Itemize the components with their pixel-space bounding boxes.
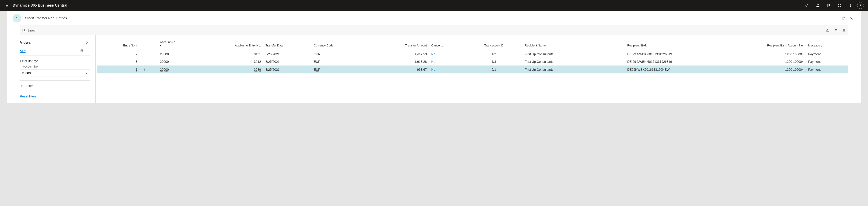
cell-transfer-amount: 933.67 bbox=[372, 66, 429, 74]
column-filter-icon[interactable]: ▾ bbox=[160, 44, 219, 47]
settings-icon[interactable] bbox=[834, 0, 845, 11]
filter-value-field[interactable] bbox=[20, 70, 90, 77]
cell-entry-no: 2 bbox=[97, 51, 140, 58]
col-applies-to[interactable]: Applies-to Entry No. bbox=[221, 40, 264, 51]
table-row[interactable]: 22000031918/25/2021EUR1,417.53No1/2First… bbox=[97, 51, 848, 58]
filter-value-input[interactable] bbox=[20, 71, 84, 75]
cell-recipient-iban: DE 29 NWBK 60161331926819 bbox=[625, 58, 745, 66]
svg-point-2 bbox=[7, 4, 8, 4]
cell-message: Payment bbox=[806, 51, 848, 58]
cell-entry-no: 1 bbox=[97, 66, 140, 74]
table-header-row: Entry No.↑ Account No.▾ Applies-to Entry… bbox=[97, 40, 848, 51]
svg-point-18 bbox=[23, 29, 25, 31]
content-area: Views *All Filter list by: ✕ Account No. bbox=[20, 35, 848, 103]
cell-applies-to: 3289 bbox=[221, 66, 264, 74]
cell-applies-to: 3191 bbox=[221, 51, 264, 58]
svg-rect-28 bbox=[81, 51, 83, 52]
product-title: Dynamics 365 Business Central bbox=[13, 3, 67, 7]
filter-dropdown-icon[interactable] bbox=[84, 72, 90, 75]
table-wrap: Entry No.↑ Account No.▾ Applies-to Entry… bbox=[96, 35, 848, 103]
avatar-initial: F bbox=[860, 4, 862, 7]
col-recipient-bank-acc[interactable]: Recipient Bank Account No. bbox=[745, 40, 806, 51]
filter-chip-label: Account No. bbox=[23, 65, 38, 68]
svg-line-15 bbox=[843, 17, 844, 18]
cell-currency: EUR bbox=[311, 66, 372, 74]
col-recipient-name[interactable]: Recipient Name bbox=[523, 40, 625, 51]
svg-point-0 bbox=[5, 4, 5, 4]
views-close-icon[interactable] bbox=[85, 40, 90, 45]
plus-icon: ＋ bbox=[20, 83, 24, 88]
col-account-no[interactable]: Account No.▾ bbox=[158, 40, 221, 51]
app-launcher-icon[interactable] bbox=[3, 2, 10, 9]
cell-transaction-id: 2/1 bbox=[465, 66, 522, 74]
cell-account-no: 20000 bbox=[158, 51, 221, 58]
views-panel: Views *All Filter list by: ✕ Account No. bbox=[20, 35, 96, 103]
svg-rect-26 bbox=[81, 50, 83, 52]
col-recipient-iban[interactable]: Recipient IBAN bbox=[625, 40, 745, 51]
add-filter-button[interactable]: ＋ Filter... bbox=[20, 80, 90, 88]
table-row[interactable]: 32000032128/25/2021EUR1,618.28No1/3First… bbox=[97, 58, 848, 66]
cell-applies-to: 3212 bbox=[221, 58, 264, 66]
user-avatar[interactable]: F bbox=[857, 2, 864, 9]
svg-point-29 bbox=[87, 50, 88, 50]
svg-point-9 bbox=[806, 4, 808, 6]
cell-recipient-name: First Up Consultants bbox=[523, 58, 625, 66]
cell-transaction-id: 1/3 bbox=[465, 58, 522, 66]
cell-recipient-name: First Up Consultants bbox=[523, 51, 625, 58]
search-label: Search bbox=[27, 29, 37, 32]
sort-asc-icon: ↑ bbox=[136, 44, 137, 47]
cell-transaction-id: 1/2 bbox=[465, 51, 522, 58]
views-more-icon[interactable] bbox=[85, 49, 90, 53]
svg-point-8 bbox=[7, 6, 8, 7]
search-button[interactable]: Search bbox=[20, 29, 37, 32]
cell-transfer-date: 8/25/2021 bbox=[264, 51, 311, 58]
col-transaction-id[interactable]: Transaction ID bbox=[465, 40, 522, 51]
flag-icon[interactable] bbox=[823, 0, 834, 11]
cell-account-no: 20000 bbox=[158, 58, 221, 66]
help-icon[interactable] bbox=[845, 0, 856, 11]
table-row[interactable]: 1⋮2000032898/25/2021EUR933.67No2/1First … bbox=[97, 66, 848, 74]
cell-row-menu bbox=[140, 51, 158, 58]
svg-point-1 bbox=[6, 4, 7, 4]
svg-line-19 bbox=[24, 31, 25, 32]
views-all-link[interactable]: *All bbox=[20, 49, 79, 53]
col-message[interactable]: Message t bbox=[806, 40, 848, 51]
cell-recipient-bank-acc: 1200 100004 bbox=[745, 58, 806, 66]
svg-rect-27 bbox=[81, 50, 83, 51]
cell-cancel: No bbox=[429, 66, 465, 74]
notifications-icon[interactable] bbox=[812, 0, 823, 11]
cell-account-no: 20000 bbox=[158, 66, 221, 74]
col-entry-no[interactable]: Entry No.↑ bbox=[97, 40, 140, 51]
svg-point-7 bbox=[6, 6, 7, 7]
col-transfer-date[interactable]: Transfer Date bbox=[264, 40, 311, 51]
save-view-icon[interactable] bbox=[79, 49, 85, 53]
page-header: Credit Transfer Reg. Entries bbox=[7, 11, 861, 25]
cell-message: Payment bbox=[806, 66, 848, 74]
collapse-icon[interactable] bbox=[847, 14, 855, 22]
row-more-icon[interactable]: ⋮ bbox=[142, 68, 147, 71]
filter-icon[interactable] bbox=[832, 26, 840, 34]
views-title: Views bbox=[20, 40, 85, 45]
share-icon[interactable] bbox=[824, 26, 832, 34]
svg-point-3 bbox=[5, 5, 5, 6]
filter-chip-account-no[interactable]: ✕ Account No. bbox=[20, 65, 90, 68]
remove-filter-icon[interactable]: ✕ bbox=[20, 65, 22, 68]
entries-table: Entry No.↑ Account No.▾ Applies-to Entry… bbox=[97, 40, 848, 73]
filter-by-label: Filter list by: bbox=[20, 59, 90, 63]
svg-line-17 bbox=[851, 18, 852, 19]
svg-point-31 bbox=[87, 52, 88, 52]
page-shell: Credit Transfer Reg. Entries Search View… bbox=[7, 11, 861, 103]
svg-point-6 bbox=[5, 6, 5, 7]
back-button[interactable] bbox=[13, 14, 21, 22]
search-icon[interactable] bbox=[802, 0, 812, 11]
col-transfer-amount[interactable]: Transfer Amount bbox=[372, 40, 429, 51]
svg-point-12 bbox=[839, 5, 840, 6]
svg-point-5 bbox=[7, 5, 8, 6]
col-currency[interactable]: Currency Code bbox=[311, 40, 372, 51]
col-cancel[interactable]: Cancel... bbox=[429, 40, 465, 51]
cell-recipient-iban: DE 29 NWBK 60161331926819 bbox=[625, 51, 745, 58]
list-options-icon[interactable] bbox=[840, 26, 848, 34]
popout-icon[interactable] bbox=[839, 14, 847, 22]
cell-row-menu[interactable]: ⋮ bbox=[140, 66, 158, 74]
reset-filters-link[interactable]: Reset filters bbox=[20, 95, 90, 98]
